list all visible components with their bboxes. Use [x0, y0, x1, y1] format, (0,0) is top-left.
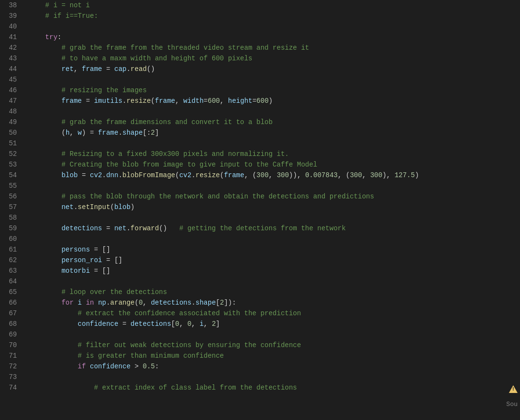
code-line [29, 138, 520, 149]
warning-triangle [509, 385, 518, 393]
line-number: 51 [2, 138, 17, 149]
line-number: 64 [2, 276, 17, 287]
token-plain: () [159, 223, 175, 234]
token-plain: = [102, 255, 114, 266]
code-line: (h, w) = frame.shape[:2] [29, 127, 520, 138]
line-number: 63 [2, 266, 17, 276]
line-number: 70 [2, 340, 17, 350]
code-line: ret, frame = cap.read() [29, 64, 520, 74]
code-editor: 3839404142434445464748495051525354555657… [0, 0, 520, 420]
line-number: 40 [2, 21, 17, 32]
code-line: confidence = detections[0, 0, i, 2] [29, 319, 520, 329]
token-plain [29, 319, 78, 329]
token-var: persons [61, 244, 90, 255]
line-number: 62 [2, 255, 17, 266]
token-plain: = [90, 266, 102, 276]
token-cm: # pass the blob through the network and … [29, 191, 374, 202]
token-plain: ( [110, 202, 114, 212]
token-plain: = [252, 96, 256, 106]
token-plain: [ [171, 319, 175, 329]
token-var: cv2 [179, 170, 191, 181]
token-plain [29, 32, 45, 42]
token-plain [29, 170, 61, 181]
token-plain: . [127, 64, 130, 74]
code-line: # extract the confidence associated with… [29, 308, 520, 319]
line-number: 56 [2, 191, 17, 202]
line-number: 50 [2, 127, 17, 138]
token-plain: . [127, 223, 130, 234]
token-plain: ), [382, 170, 394, 181]
token-plain: [ [216, 297, 220, 308]
token-var: i [78, 297, 82, 308]
token-var: frame [224, 170, 244, 181]
line-number: 54 [2, 170, 17, 181]
token-kw: if [78, 361, 86, 372]
token-plain: ) [269, 96, 273, 106]
token-var: person_roi [61, 255, 102, 266]
token-var: detections [61, 223, 102, 234]
token-plain: , [269, 170, 277, 181]
token-var: blob [61, 170, 78, 181]
code-line: try: [29, 32, 520, 42]
token-plain: , [175, 96, 184, 106]
code-line: # if i==True: [29, 11, 520, 21]
token-var: imutils [94, 96, 122, 106]
token-fn: setInput [78, 202, 110, 212]
code-line [29, 181, 520, 191]
line-number: 71 [2, 350, 17, 361]
token-plain: : [155, 361, 159, 372]
token-plain: ) = [82, 127, 98, 138]
token-plain: . [118, 170, 122, 181]
token-num: 127.5 [394, 170, 415, 181]
code-line: person_roi = [] [29, 255, 520, 266]
token-plain: . [102, 170, 106, 181]
token-cm: # Creating the blob from image to give i… [29, 159, 318, 170]
token-plain: , [143, 297, 151, 308]
line-number: 68 [2, 319, 17, 329]
token-plain: , [191, 319, 200, 329]
token-num: 600 [208, 96, 220, 106]
code-line: # loop over the detections [29, 287, 520, 297]
line-number: 57 [2, 202, 17, 212]
line-number: 41 [2, 32, 17, 42]
token-var: frame [155, 96, 175, 106]
token-var: shape [122, 127, 143, 138]
token-cm: # i = not i [29, 0, 90, 11]
token-var: frame [82, 64, 102, 74]
code-area[interactable]: # i = not i # if i==True: try: # grab th… [22, 0, 520, 420]
token-plain: )), [289, 170, 305, 181]
token-plain [29, 223, 61, 234]
token-var: np [98, 297, 106, 308]
token-plain: = [82, 96, 94, 106]
warning-icon [506, 382, 520, 396]
token-plain: , [179, 319, 188, 329]
line-number: 69 [2, 329, 17, 340]
token-kw: in [86, 297, 94, 308]
token-num: 0 [139, 297, 143, 308]
code-line: blob = cv2.dnn.blobFromImage(cv2.resize(… [29, 170, 520, 181]
line-number: 47 [2, 96, 17, 106]
token-cm: # resizing the images [29, 85, 147, 96]
token-num: 0.007843 [305, 170, 337, 181]
token-plain: , ( [338, 170, 350, 181]
token-plain: = [118, 319, 130, 329]
token-num: 2 [212, 319, 216, 329]
source-label: Sou [506, 401, 520, 408]
token-plain [82, 297, 86, 308]
token-var: dnn [106, 170, 118, 181]
token-plain: ) [415, 170, 419, 181]
code-line [29, 276, 520, 287]
token-fn: forward [130, 223, 159, 234]
token-var: width [183, 96, 203, 106]
token-plain: [] [102, 244, 110, 255]
token-plain: , [203, 319, 212, 329]
token-plain: > [130, 361, 143, 372]
token-plain: = [90, 244, 102, 255]
token-plain: = [203, 96, 207, 106]
token-var: i [200, 319, 203, 329]
token-cm: # loop over the detections [29, 287, 167, 297]
token-kw: for [61, 297, 73, 308]
token-kw: try [45, 32, 58, 42]
token-plain: . [191, 170, 195, 181]
code-line: # Creating the blob from image to give i… [29, 159, 520, 170]
